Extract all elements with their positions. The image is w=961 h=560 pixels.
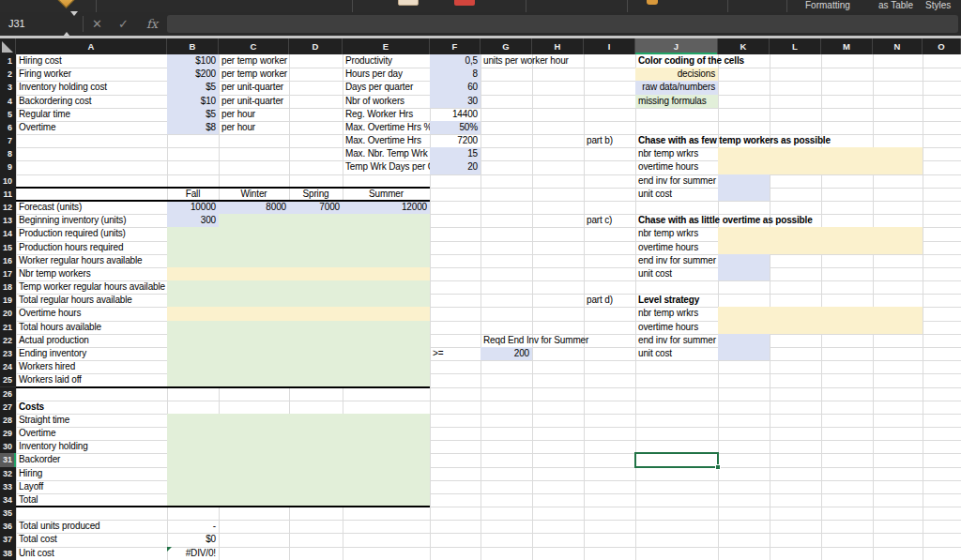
row-header-10[interactable]: 10 — [0, 174, 16, 189]
cell-A15[interactable]: Production hours required — [16, 241, 167, 254]
cell-A5[interactable]: Regular time — [16, 108, 167, 121]
cell-J14[interactable]: nbr temp wrkrs — [635, 227, 718, 240]
cell-A27[interactable]: Costs — [16, 401, 167, 414]
cell-J21[interactable]: overtime hours — [635, 321, 718, 334]
row-header-6[interactable]: 6 — [0, 121, 16, 135]
cell-I13[interactable]: part c) — [584, 214, 635, 227]
stepper-up-icon[interactable] — [63, 16, 70, 37]
row-header-22[interactable]: 22 — [0, 334, 16, 348]
fill-range-B18-E19[interactable] — [167, 280, 430, 307]
fill-range-B28-E34[interactable] — [167, 414, 430, 507]
cell-J7[interactable]: Chase with as few temp workers as possib… — [635, 134, 718, 147]
cell-E8[interactable]: Max. Nbr. Temp Wrk — [343, 147, 430, 160]
cell-B11[interactable]: Fall — [167, 188, 219, 201]
column-header-M[interactable]: M — [821, 38, 873, 54]
row-header-19[interactable]: 19 — [0, 294, 16, 308]
cell-J3[interactable]: raw data/numbers — [635, 81, 718, 94]
row-header-15[interactable]: 15 — [0, 241, 16, 255]
cell-A33[interactable]: Layoff — [16, 480, 167, 493]
cell-C4[interactable]: per unit-quarter — [219, 95, 289, 108]
gold-diamond-icon[interactable] — [56, 0, 76, 8]
row-header-12[interactable]: 12 — [0, 201, 16, 215]
cell-F8[interactable]: 15 — [430, 147, 480, 160]
cell-A31[interactable]: Backorder — [16, 453, 167, 466]
cell-B6[interactable]: $8 — [167, 121, 219, 134]
cell-F3[interactable]: 60 — [430, 81, 480, 94]
cell-J10[interactable]: end inv for summer — [635, 174, 718, 188]
row-header-29[interactable]: 29 — [0, 427, 16, 441]
cell-F7[interactable]: 7200 — [430, 134, 480, 147]
cell-A19[interactable]: Total regular hours available — [16, 294, 167, 307]
cell-J16[interactable]: end inv for summer — [635, 254, 718, 267]
fill-range-B14-E16[interactable] — [167, 227, 430, 267]
column-header-G[interactable]: G — [480, 38, 532, 54]
cell-A14[interactable]: Production required (units) — [16, 227, 167, 240]
row-header-34[interactable]: 34 — [0, 493, 16, 507]
cell-F1[interactable]: 0,5 — [430, 54, 480, 68]
cell-J17[interactable]: unit cost — [635, 267, 718, 280]
cell-J15[interactable]: overtime hours — [635, 241, 718, 254]
cell-C1[interactable]: per temp worker — [219, 54, 289, 68]
column-header-J[interactable]: J — [635, 38, 718, 54]
name-box[interactable]: J31 — [8, 12, 25, 36]
row-header-14[interactable]: 14 — [0, 227, 16, 241]
cell-J11[interactable]: unit cost — [635, 188, 718, 201]
column-header-L[interactable]: L — [770, 38, 821, 54]
row-header-32[interactable]: 32 — [0, 467, 16, 481]
cell-F23[interactable]: >= — [430, 347, 480, 360]
row-header-38[interactable]: 38 — [0, 547, 16, 560]
select-all-corner[interactable] — [0, 38, 16, 54]
cell-I19[interactable]: part d) — [584, 294, 635, 307]
cell-J20[interactable]: nbr temp wrkrs — [635, 307, 718, 320]
fill-range-B17-E17[interactable] — [167, 267, 430, 280]
cell-B3[interactable]: $5 — [167, 81, 219, 94]
cell-G1[interactable]: units per worker hour — [480, 54, 532, 68]
row-header-26[interactable]: 26 — [0, 387, 16, 401]
column-header-H[interactable]: H — [532, 38, 584, 54]
row-header-20[interactable]: 20 — [0, 307, 16, 321]
fill-range-K10-K11[interactable] — [718, 174, 770, 201]
cell-C3[interactable]: per unit-quarter — [219, 81, 289, 94]
fill-range-C13-E13[interactable] — [219, 214, 430, 227]
row-header-33[interactable]: 33 — [0, 480, 16, 494]
formula-input[interactable] — [167, 15, 958, 33]
row-header-28[interactable]: 28 — [0, 414, 16, 428]
cell-E12[interactable]: 12000 — [343, 201, 430, 214]
row-header-21[interactable]: 21 — [0, 321, 16, 335]
cell-B4[interactable]: $10 — [167, 95, 219, 108]
cell-E7[interactable]: Max. Overtime Hrs — [343, 134, 430, 147]
cell-A22[interactable]: Actual production — [16, 334, 167, 347]
sheet-grid[interactable]: 1234567891011121314151617181920212223242… — [0, 54, 961, 560]
row-header-35[interactable]: 35 — [0, 507, 16, 521]
cell-A38[interactable]: Unit cost — [16, 547, 167, 560]
cell-C11[interactable]: Winter — [219, 188, 289, 201]
row-header-4[interactable]: 4 — [0, 95, 16, 109]
conditional-formatting-button[interactable]: Formatting — [805, 0, 850, 11]
cell-B36[interactable]: - — [167, 520, 219, 533]
cell-F5[interactable]: 14400 — [430, 108, 480, 121]
row-header-31[interactable]: 31 — [0, 453, 16, 467]
stepper-down-icon[interactable] — [70, 11, 78, 32]
cell-A21[interactable]: Total hours available — [16, 321, 167, 334]
row-header-24[interactable]: 24 — [0, 360, 16, 374]
cell-F9[interactable]: 20 — [430, 160, 480, 174]
beige-doc-icon[interactable] — [398, 0, 419, 6]
cell-A16[interactable]: Worker regular hours available — [16, 254, 167, 267]
cell-J23[interactable]: unit cost — [635, 347, 718, 360]
cell-A6[interactable]: Overtime — [16, 121, 167, 134]
column-header-N[interactable]: N — [873, 38, 923, 54]
cell-F2[interactable]: 8 — [430, 68, 480, 81]
cell-A34[interactable]: Total — [16, 493, 167, 507]
cell-B12[interactable]: 10000 — [167, 201, 219, 214]
row-header-13[interactable]: 13 — [0, 214, 16, 228]
cell-E4[interactable]: Nbr of workers — [343, 95, 430, 108]
cell-I7[interactable]: part b) — [584, 134, 635, 147]
cell-F6[interactable]: 50% — [430, 121, 480, 134]
cell-J1[interactable]: Color coding of the cells — [635, 54, 718, 68]
cell-A37[interactable]: Total cost — [16, 533, 167, 546]
cell-styles-button[interactable]: Styles — [925, 0, 951, 11]
cell-A12[interactable]: Forecast (units) — [16, 201, 167, 214]
cell-C2[interactable]: per temp worker — [219, 68, 289, 81]
cell-J9[interactable]: overtime hours — [635, 160, 718, 174]
column-header-I[interactable]: I — [584, 38, 635, 54]
